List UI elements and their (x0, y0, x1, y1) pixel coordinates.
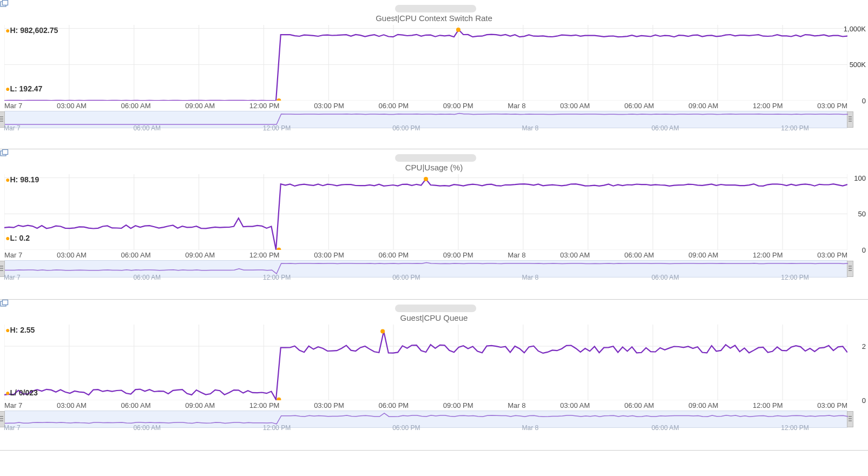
x-tick-label: 06:00 AM (624, 102, 654, 110)
x-tick-label: 06:00 AM (624, 401, 654, 409)
scrub-tick-label: Mar 7 (4, 274, 21, 281)
metric-series-line (4, 332, 847, 400)
x-tick-label: Mar 8 (508, 401, 525, 409)
x-tick-label: 06:00 AM (121, 401, 151, 409)
chart-area[interactable]: ●H: 98.19 ●L: 0.2 100500 (4, 174, 847, 250)
metric-series-line (4, 179, 847, 250)
svg-rect-20 (3, 150, 8, 155)
x-tick-label: 09:00 AM (688, 251, 718, 259)
high-label: ●H: 982,602.75 (5, 26, 58, 35)
scrub-tick-label: 06:00 PM (392, 274, 420, 281)
scrubber-series-line (5, 113, 848, 124)
x-tick-label: Mar 7 (4, 401, 22, 409)
chart-area[interactable]: ●H: 2.55 ●L/ 0/023 20 (4, 325, 847, 400)
low-marker (277, 398, 281, 400)
scrub-tick-label: 12:00 PM (781, 424, 808, 432)
x-tick-label: 03:00 AM (560, 251, 590, 259)
x-tick-label: 06:00 AM (624, 251, 654, 259)
x-tick-label: 03:00 PM (314, 401, 344, 409)
x-tick-label: 03:00 AM (57, 102, 87, 110)
y-tick-label: 0 (862, 246, 866, 254)
metric-panel: Guest|CPU Context Switch Rate ●H: 982,60… (0, 0, 868, 149)
svg-rect-1 (3, 1, 8, 5)
x-axis-ticks: Mar 703:00 AM06:00 AM09:00 AM12:00 PM03:… (0, 101, 868, 111)
scrub-tick-label: 06:00 AM (133, 274, 161, 281)
x-axis-ticks: Mar 703:00 AM06:00 AM09:00 AM12:00 PM03:… (0, 250, 868, 260)
x-tick-label: 03:00 PM (314, 251, 344, 259)
scrub-tick-label: 12:00 PM (781, 274, 808, 281)
y-tick-label: 0 (862, 97, 866, 105)
x-tick-label: 09:00 AM (185, 401, 215, 409)
svg-rect-39 (3, 300, 8, 305)
hostname-redacted (395, 305, 476, 312)
high-label: ●H: 2.55 (5, 326, 35, 334)
scrub-tick-label: Mar 8 (522, 274, 539, 281)
high-marker (456, 28, 461, 32)
y-tick-label: 100 (854, 174, 866, 182)
low-marker (277, 248, 281, 250)
x-tick-label: 03:00 PM (817, 401, 847, 409)
scrub-tick-label: 06:00 AM (652, 424, 679, 432)
x-tick-label: 06:00 PM (378, 102, 409, 110)
x-tick-label: 03:00 PM (314, 102, 344, 110)
x-tick-label: Mar 8 (508, 102, 525, 110)
x-tick-label: 03:00 AM (57, 251, 87, 259)
low-label: ●L/ 0/023 (5, 388, 38, 397)
metric-title: CPU|Usage (%) (0, 163, 868, 172)
x-tick-label: 03:00 PM (817, 251, 847, 259)
chart-area[interactable]: ●H: 982,602.75 ●L: 192.47 1,000K500K0 (4, 25, 847, 101)
hostname-redacted (395, 154, 476, 162)
scrub-tick-label: Mar 8 (522, 424, 539, 432)
scrubber-series-line (5, 262, 848, 274)
x-tick-label: 06:00 PM (378, 251, 409, 259)
metric-series-line (4, 30, 847, 101)
time-scrubber[interactable]: Mar 706:00 AM12:00 PM06:00 PMMar 806:00 … (4, 411, 847, 428)
scrub-tick-label: Mar 7 (4, 124, 21, 132)
y-tick-label: 1,000K (844, 24, 866, 32)
scrub-tick-label: Mar 7 (4, 424, 21, 432)
x-tick-label: 03:00 PM (817, 102, 847, 110)
x-tick-label: 12:00 PM (249, 251, 280, 259)
y-tick-label: 2 (862, 342, 866, 351)
scrub-tick-label: 06:00 AM (652, 274, 679, 281)
low-marker (277, 98, 281, 101)
y-tick-label: 0 (862, 396, 866, 405)
scrub-tick-label: 12:00 PM (263, 124, 291, 132)
scrubber-series-line (5, 413, 848, 424)
x-tick-label: 03:00 AM (560, 102, 590, 110)
x-tick-label: 06:00 PM (378, 401, 409, 409)
y-tick-label: 50 (858, 210, 866, 218)
x-axis-ticks: Mar 703:00 AM06:00 AM09:00 AM12:00 PM03:… (0, 400, 868, 411)
x-tick-label: 09:00 AM (185, 251, 215, 259)
low-label: ●L: 0.2 (5, 234, 30, 242)
x-tick-label: 03:00 AM (560, 401, 590, 409)
low-label: ●L: 192.47 (5, 84, 42, 93)
time-scrubber[interactable]: Mar 706:00 AM12:00 PM06:00 PMMar 806:00 … (4, 111, 847, 128)
x-tick-label: Mar 7 (4, 251, 22, 259)
scrub-tick-label: 06:00 AM (133, 124, 161, 132)
x-tick-label: 03:00 AM (57, 401, 87, 409)
high-marker (380, 329, 385, 334)
hostname-redacted (395, 5, 476, 12)
x-tick-label: 09:00 PM (443, 102, 474, 110)
scrub-tick-label: 06:00 AM (133, 424, 161, 432)
scrub-tick-label: 12:00 PM (263, 424, 291, 432)
metric-title: Guest|CPU Context Switch Rate (0, 14, 868, 23)
x-tick-label: 09:00 AM (688, 102, 718, 110)
scrub-tick-label: Mar 8 (522, 124, 539, 132)
x-tick-label: 09:00 AM (185, 102, 215, 110)
high-label: ●H: 98.19 (5, 175, 39, 184)
x-tick-label: 09:00 PM (443, 251, 474, 259)
x-tick-label: 12:00 PM (249, 102, 280, 110)
x-tick-label: 06:00 AM (121, 102, 151, 110)
scrub-tick-label: 12:00 PM (781, 124, 808, 132)
x-tick-label: Mar 8 (508, 251, 525, 259)
x-tick-label: 09:00 PM (443, 401, 474, 409)
high-marker (424, 177, 428, 181)
x-tick-label: 06:00 AM (121, 251, 151, 259)
host-header (392, 5, 476, 12)
x-tick-label: 09:00 AM (688, 401, 718, 409)
scrub-tick-label: 06:00 PM (392, 124, 420, 132)
time-scrubber[interactable]: Mar 706:00 AM12:00 PM06:00 PMMar 806:00 … (4, 260, 847, 277)
y-tick-label: 500K (850, 61, 866, 69)
